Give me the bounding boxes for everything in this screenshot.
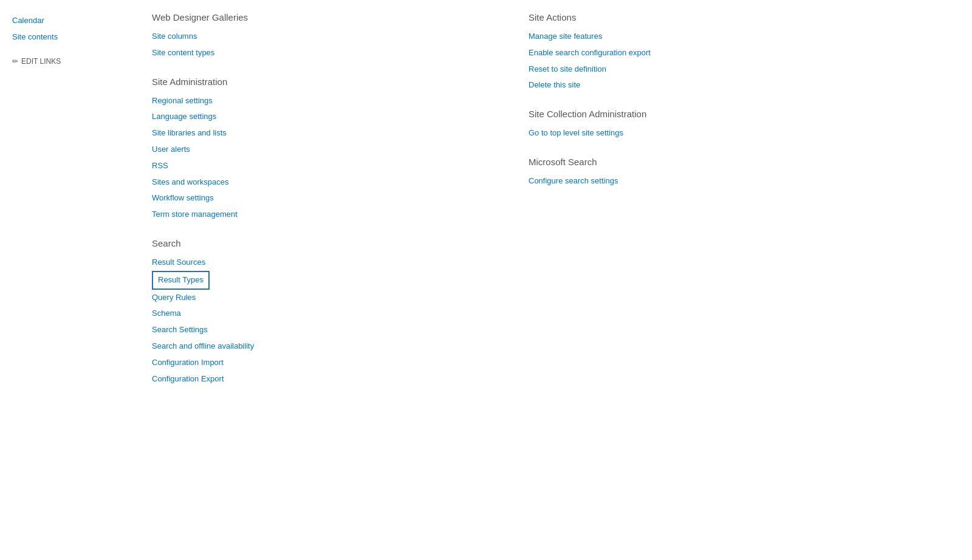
content-col-right: Site Actions Manage site features Enable… — [529, 12, 832, 548]
site-administration-section: Site Administration Regional settings La… — [152, 77, 492, 223]
link-workflow-settings[interactable]: Workflow settings — [152, 190, 492, 207]
sidebar-item-site-contents[interactable]: Site contents — [0, 29, 134, 45]
page-container: Calendar Site contents ✏ EDIT LINKS Web … — [0, 0, 972, 560]
link-site-content-types[interactable]: Site content types — [152, 45, 492, 61]
link-user-alerts[interactable]: User alerts — [152, 142, 492, 158]
link-configuration-export[interactable]: Configuration Export — [152, 371, 492, 388]
link-rss[interactable]: RSS — [152, 158, 492, 174]
link-search-settings[interactable]: Search Settings — [152, 322, 492, 338]
link-enable-search-configuration-export[interactable]: Enable search configuration export — [529, 45, 832, 61]
site-actions-section: Site Actions Manage site features Enable… — [529, 12, 832, 94]
link-reset-to-site-definition[interactable]: Reset to site definition — [529, 61, 832, 78]
link-go-to-top-level-site-settings[interactable]: Go to top level site settings — [529, 125, 832, 142]
link-language-settings[interactable]: Language settings — [152, 109, 492, 125]
link-configure-search-settings[interactable]: Configure search settings — [529, 173, 832, 190]
link-result-sources[interactable]: Result Sources — [152, 254, 492, 271]
site-administration-title: Site Administration — [152, 77, 492, 87]
site-collection-admin-title: Site Collection Administration — [529, 109, 832, 119]
search-section: Search Result Sources Result Types Query… — [152, 238, 492, 387]
link-delete-this-site[interactable]: Delete this site — [529, 77, 832, 94]
web-designer-galleries-title: Web Designer Galleries — [152, 12, 492, 22]
pencil-icon: ✏ — [12, 57, 18, 66]
link-sites-and-workspaces[interactable]: Sites and workspaces — [152, 174, 492, 191]
link-schema[interactable]: Schema — [152, 306, 492, 322]
sidebar: Calendar Site contents ✏ EDIT LINKS — [0, 0, 134, 560]
microsoft-search-section: Microsoft Search Configure search settin… — [529, 157, 832, 190]
link-query-rules[interactable]: Query Rules — [152, 290, 492, 306]
link-site-columns[interactable]: Site columns — [152, 29, 492, 45]
link-site-libraries-and-lists[interactable]: Site libraries and lists — [152, 125, 492, 142]
sidebar-item-calendar[interactable]: Calendar — [0, 12, 134, 29]
edit-links-label: EDIT LINKS — [21, 57, 61, 66]
web-designer-galleries-section: Web Designer Galleries Site columns Site… — [152, 12, 492, 61]
main-content: Web Designer Galleries Site columns Site… — [134, 0, 972, 560]
link-regional-settings[interactable]: Regional settings — [152, 93, 492, 109]
link-result-types[interactable]: Result Types — [152, 271, 210, 290]
site-collection-admin-section: Site Collection Administration Go to top… — [529, 109, 832, 142]
edit-links-button[interactable]: ✏ EDIT LINKS — [0, 51, 134, 72]
link-configuration-import[interactable]: Configuration Import — [152, 355, 492, 371]
site-actions-title: Site Actions — [529, 12, 832, 22]
link-manage-site-features[interactable]: Manage site features — [529, 29, 832, 45]
microsoft-search-title: Microsoft Search — [529, 157, 832, 167]
link-search-offline-availability[interactable]: Search and offline availability — [152, 338, 492, 355]
link-term-store-management[interactable]: Term store management — [152, 207, 492, 223]
search-title: Search — [152, 238, 492, 248]
content-col-left: Web Designer Galleries Site columns Site… — [152, 12, 492, 548]
